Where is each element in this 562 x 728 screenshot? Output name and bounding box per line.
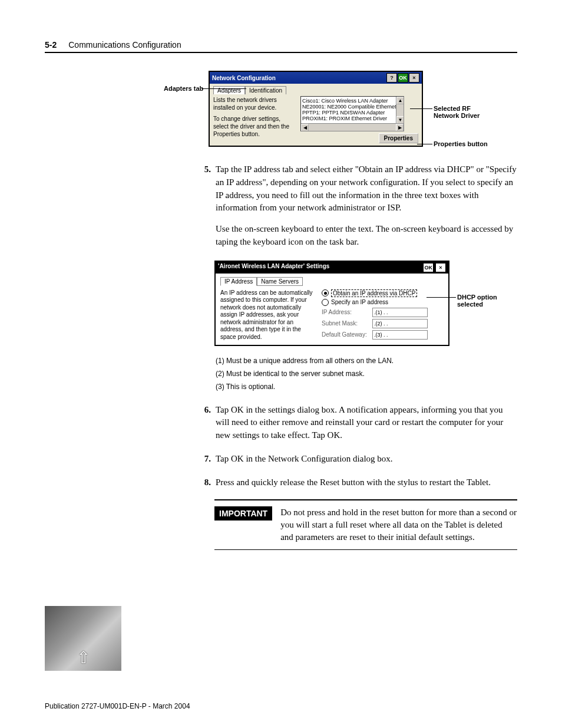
important-text: Do not press and hold in the reset butto… bbox=[280, 506, 517, 543]
step-number: 6. bbox=[198, 404, 211, 417]
step-5: 5.Tap the IP address tab and select eith… bbox=[216, 163, 517, 249]
scrollbar-horizontal[interactable]: ◀▶ bbox=[301, 123, 404, 131]
adapter-listbox[interactable]: Cisco1: Cisco Wireless LAN Adapter NE200… bbox=[300, 96, 404, 131]
titlebar: Network Configuration ? OK × bbox=[210, 72, 422, 84]
callout-dhcp: DHCP option selected bbox=[457, 294, 510, 308]
step-text: Tap OK in the Network Configuration dial… bbox=[216, 454, 393, 463]
tab-ip-address[interactable]: IP Address bbox=[220, 277, 257, 286]
ok-button[interactable]: OK bbox=[398, 73, 408, 83]
figure-ip-settings: 'Aironet Wireless LAN Adapter' Settings … bbox=[214, 261, 517, 346]
step-number: 7. bbox=[198, 453, 211, 466]
close-button[interactable]: × bbox=[409, 73, 419, 83]
step-para: Use the on-screen keyboard to enter the … bbox=[216, 223, 517, 249]
list-item[interactable]: NE20001: NE2000 Compatible Ethernet D bbox=[302, 104, 402, 110]
scrollbar-vertical[interactable]: ▲▼ bbox=[396, 97, 404, 124]
tab-name-servers[interactable]: Name Servers bbox=[257, 277, 303, 286]
page-header: 5-2 Communications Configuration bbox=[45, 40, 517, 53]
publication-footer: Publication 2727-UM001D-EN-P - March 200… bbox=[45, 702, 190, 710]
radio-specify[interactable] bbox=[322, 299, 329, 306]
radio-dhcp-label: Obtain an IP address via DHCP bbox=[331, 289, 417, 297]
label-subnet: Subnet Mask: bbox=[322, 320, 369, 327]
footnote-1: (1) Must be a unique address from all ot… bbox=[216, 357, 517, 365]
label-gateway: Default Gateway: bbox=[322, 331, 369, 338]
list-item[interactable]: PROXIM1: PROXIM Ethernet Driver bbox=[302, 116, 402, 121]
aironet-settings-window: 'Aironet Wireless LAN Adapter' Settings … bbox=[214, 261, 449, 346]
help-button[interactable]: ? bbox=[386, 73, 397, 83]
tab-adapters[interactable]: Adapters bbox=[213, 86, 245, 94]
step-text: Press and quickly release the Reset butt… bbox=[216, 477, 491, 487]
step-text: Tap the IP address tab and select either… bbox=[216, 164, 517, 212]
step-6: 6.Tap OK in the settings dialog box. A n… bbox=[216, 404, 517, 442]
adapters-tab-label: Adapters tab bbox=[164, 85, 203, 92]
list-item[interactable]: Cisco1: Cisco Wireless LAN Adapter bbox=[302, 98, 402, 104]
network-config-window: Network Configuration ? OK × Adapters Id… bbox=[209, 71, 423, 147]
tab-identification[interactable]: Identification bbox=[245, 86, 286, 94]
desc-text: Lists the network drivers installed on y… bbox=[213, 96, 296, 111]
figure-network-config: Adapters tab Network Configuration ? OK … bbox=[209, 71, 517, 147]
ip-input[interactable]: .(1) . . bbox=[372, 308, 428, 317]
important-note: IMPORTANT Do not press and hold in the r… bbox=[214, 499, 517, 550]
callout-selected-rf: Selected RF Network Driver bbox=[434, 105, 487, 119]
subnet-input[interactable]: .(2) . . bbox=[372, 319, 428, 328]
page-number: 5-2 bbox=[45, 40, 57, 50]
header-title: Communications Configuration bbox=[68, 40, 181, 50]
footnotes: (1) Must be a unique address from all ot… bbox=[216, 357, 517, 391]
radio-specify-label: Specify an IP address bbox=[331, 299, 388, 305]
step-8: 8.Press and quickly release the Reset bu… bbox=[216, 476, 517, 489]
step-7: 7.Tap OK in the Network Configuration di… bbox=[216, 453, 517, 466]
label-ip: IP Address: bbox=[322, 309, 369, 315]
window-title: Network Configuration bbox=[212, 75, 276, 81]
important-label: IMPORTANT bbox=[214, 506, 272, 521]
close-button[interactable]: × bbox=[435, 263, 446, 272]
ok-button[interactable]: OK bbox=[423, 263, 434, 272]
step-text: Tap OK in the settings dialog box. A not… bbox=[216, 405, 503, 440]
step-number: 5. bbox=[198, 163, 211, 176]
desc-text-2: To change driver settings, select the dr… bbox=[213, 115, 296, 138]
reset-button-photo: ⇧ bbox=[45, 606, 121, 671]
footnote-2: (2) Must be identical to the server subn… bbox=[216, 370, 517, 378]
step-number: 8. bbox=[198, 476, 211, 489]
gateway-input[interactable]: .(3) . . bbox=[372, 330, 428, 340]
callout-properties: Properties button bbox=[434, 140, 488, 147]
footnote-3: (3) This is optional. bbox=[216, 383, 517, 391]
ip-desc: An IP address can be automatically assig… bbox=[220, 289, 315, 341]
up-arrow-icon: ⇧ bbox=[77, 648, 90, 667]
list-item[interactable]: PPTP1: PPTP1 NDISWAN Adapter bbox=[302, 110, 402, 116]
properties-button[interactable]: Properties bbox=[379, 133, 418, 143]
radio-dhcp[interactable] bbox=[322, 289, 329, 297]
window-title: 'Aironet Wireless LAN Adapter' Settings bbox=[218, 263, 329, 272]
